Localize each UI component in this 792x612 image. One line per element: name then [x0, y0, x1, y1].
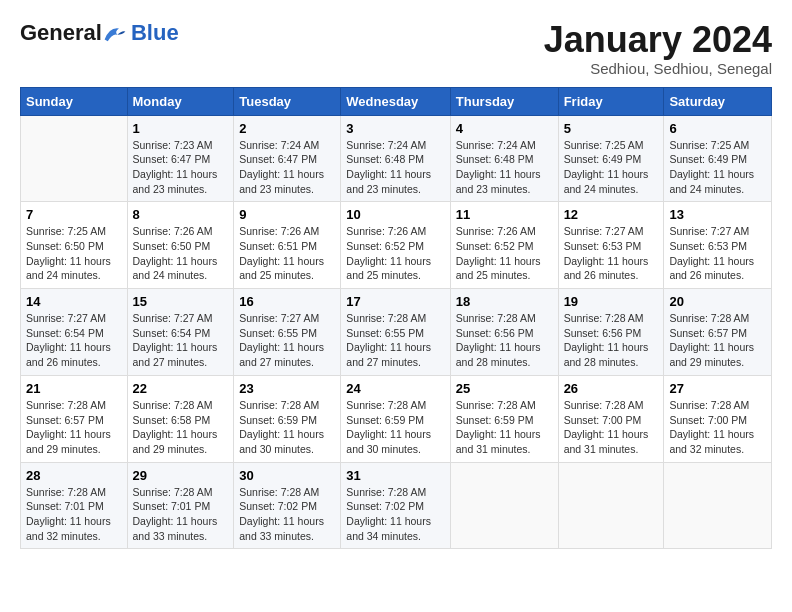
cell-info: Sunrise: 7:28 AMSunset: 6:59 PMDaylight:… [346, 398, 444, 457]
header-day-wednesday: Wednesday [341, 87, 450, 115]
header-day-thursday: Thursday [450, 87, 558, 115]
week-row-4: 21Sunrise: 7:28 AMSunset: 6:57 PMDayligh… [21, 375, 772, 462]
cell-info: Sunrise: 7:28 AMSunset: 7:01 PMDaylight:… [133, 485, 229, 544]
calendar-cell: 2Sunrise: 7:24 AMSunset: 6:47 PMDaylight… [234, 115, 341, 202]
header-day-friday: Friday [558, 87, 664, 115]
day-number: 26 [564, 381, 659, 396]
day-number: 18 [456, 294, 553, 309]
week-row-2: 7Sunrise: 7:25 AMSunset: 6:50 PMDaylight… [21, 202, 772, 289]
week-row-1: 1Sunrise: 7:23 AMSunset: 6:47 PMDaylight… [21, 115, 772, 202]
header-day-saturday: Saturday [664, 87, 772, 115]
calendar-cell: 25Sunrise: 7:28 AMSunset: 6:59 PMDayligh… [450, 375, 558, 462]
day-number: 22 [133, 381, 229, 396]
cell-info: Sunrise: 7:25 AMSunset: 6:49 PMDaylight:… [564, 138, 659, 197]
day-number: 12 [564, 207, 659, 222]
calendar-cell [21, 115, 128, 202]
day-number: 20 [669, 294, 766, 309]
cell-info: Sunrise: 7:28 AMSunset: 6:58 PMDaylight:… [133, 398, 229, 457]
calendar-cell: 21Sunrise: 7:28 AMSunset: 6:57 PMDayligh… [21, 375, 128, 462]
cell-info: Sunrise: 7:27 AMSunset: 6:54 PMDaylight:… [26, 311, 122, 370]
day-number: 10 [346, 207, 444, 222]
calendar-cell: 23Sunrise: 7:28 AMSunset: 6:59 PMDayligh… [234, 375, 341, 462]
cell-info: Sunrise: 7:24 AMSunset: 6:47 PMDaylight:… [239, 138, 335, 197]
cell-info: Sunrise: 7:28 AMSunset: 6:59 PMDaylight:… [456, 398, 553, 457]
cell-info: Sunrise: 7:28 AMSunset: 7:02 PMDaylight:… [346, 485, 444, 544]
calendar-cell: 22Sunrise: 7:28 AMSunset: 6:58 PMDayligh… [127, 375, 234, 462]
day-number: 19 [564, 294, 659, 309]
calendar-cell: 9Sunrise: 7:26 AMSunset: 6:51 PMDaylight… [234, 202, 341, 289]
calendar-cell: 27Sunrise: 7:28 AMSunset: 7:00 PMDayligh… [664, 375, 772, 462]
calendar-cell: 1Sunrise: 7:23 AMSunset: 6:47 PMDaylight… [127, 115, 234, 202]
cell-info: Sunrise: 7:27 AMSunset: 6:54 PMDaylight:… [133, 311, 229, 370]
calendar-cell: 5Sunrise: 7:25 AMSunset: 6:49 PMDaylight… [558, 115, 664, 202]
day-number: 2 [239, 121, 335, 136]
cell-info: Sunrise: 7:28 AMSunset: 6:55 PMDaylight:… [346, 311, 444, 370]
calendar-cell: 20Sunrise: 7:28 AMSunset: 6:57 PMDayligh… [664, 289, 772, 376]
calendar-cell: 17Sunrise: 7:28 AMSunset: 6:55 PMDayligh… [341, 289, 450, 376]
header-day-tuesday: Tuesday [234, 87, 341, 115]
cell-info: Sunrise: 7:27 AMSunset: 6:55 PMDaylight:… [239, 311, 335, 370]
day-number: 8 [133, 207, 229, 222]
cell-info: Sunrise: 7:28 AMSunset: 6:57 PMDaylight:… [669, 311, 766, 370]
month-title: January 2024 [544, 20, 772, 60]
day-number: 4 [456, 121, 553, 136]
calendar-cell: 11Sunrise: 7:26 AMSunset: 6:52 PMDayligh… [450, 202, 558, 289]
day-number: 23 [239, 381, 335, 396]
day-number: 6 [669, 121, 766, 136]
cell-info: Sunrise: 7:25 AMSunset: 6:50 PMDaylight:… [26, 224, 122, 283]
calendar-cell: 30Sunrise: 7:28 AMSunset: 7:02 PMDayligh… [234, 462, 341, 549]
day-number: 24 [346, 381, 444, 396]
day-number: 11 [456, 207, 553, 222]
header-day-monday: Monday [127, 87, 234, 115]
day-number: 17 [346, 294, 444, 309]
header-day-sunday: Sunday [21, 87, 128, 115]
week-row-3: 14Sunrise: 7:27 AMSunset: 6:54 PMDayligh… [21, 289, 772, 376]
calendar-cell: 10Sunrise: 7:26 AMSunset: 6:52 PMDayligh… [341, 202, 450, 289]
cell-info: Sunrise: 7:28 AMSunset: 6:57 PMDaylight:… [26, 398, 122, 457]
location-subtitle: Sedhiou, Sedhiou, Senegal [544, 60, 772, 77]
day-number: 29 [133, 468, 229, 483]
day-number: 25 [456, 381, 553, 396]
calendar-cell: 4Sunrise: 7:24 AMSunset: 6:48 PMDaylight… [450, 115, 558, 202]
calendar-cell: 31Sunrise: 7:28 AMSunset: 7:02 PMDayligh… [341, 462, 450, 549]
cell-info: Sunrise: 7:26 AMSunset: 6:51 PMDaylight:… [239, 224, 335, 283]
cell-info: Sunrise: 7:28 AMSunset: 7:02 PMDaylight:… [239, 485, 335, 544]
cell-info: Sunrise: 7:28 AMSunset: 7:00 PMDaylight:… [669, 398, 766, 457]
calendar-cell: 3Sunrise: 7:24 AMSunset: 6:48 PMDaylight… [341, 115, 450, 202]
cell-info: Sunrise: 7:27 AMSunset: 6:53 PMDaylight:… [669, 224, 766, 283]
cell-info: Sunrise: 7:26 AMSunset: 6:52 PMDaylight:… [456, 224, 553, 283]
calendar-cell: 6Sunrise: 7:25 AMSunset: 6:49 PMDaylight… [664, 115, 772, 202]
week-row-5: 28Sunrise: 7:28 AMSunset: 7:01 PMDayligh… [21, 462, 772, 549]
day-number: 1 [133, 121, 229, 136]
cell-info: Sunrise: 7:28 AMSunset: 6:59 PMDaylight:… [239, 398, 335, 457]
calendar-cell [558, 462, 664, 549]
day-number: 15 [133, 294, 229, 309]
logo-blue: Blue [131, 20, 179, 46]
logo: General Blue [20, 20, 179, 46]
calendar-cell: 24Sunrise: 7:28 AMSunset: 6:59 PMDayligh… [341, 375, 450, 462]
calendar-cell: 18Sunrise: 7:28 AMSunset: 6:56 PMDayligh… [450, 289, 558, 376]
cell-info: Sunrise: 7:28 AMSunset: 6:56 PMDaylight:… [456, 311, 553, 370]
cell-info: Sunrise: 7:25 AMSunset: 6:49 PMDaylight:… [669, 138, 766, 197]
day-number: 5 [564, 121, 659, 136]
day-number: 31 [346, 468, 444, 483]
day-number: 14 [26, 294, 122, 309]
day-number: 21 [26, 381, 122, 396]
header-row: SundayMondayTuesdayWednesdayThursdayFrid… [21, 87, 772, 115]
cell-info: Sunrise: 7:28 AMSunset: 6:56 PMDaylight:… [564, 311, 659, 370]
page-header: General Blue January 2024 Sedhiou, Sedhi… [20, 20, 772, 77]
day-number: 13 [669, 207, 766, 222]
day-number: 7 [26, 207, 122, 222]
calendar-cell: 8Sunrise: 7:26 AMSunset: 6:50 PMDaylight… [127, 202, 234, 289]
cell-info: Sunrise: 7:28 AMSunset: 7:01 PMDaylight:… [26, 485, 122, 544]
calendar-cell: 13Sunrise: 7:27 AMSunset: 6:53 PMDayligh… [664, 202, 772, 289]
calendar-cell: 7Sunrise: 7:25 AMSunset: 6:50 PMDaylight… [21, 202, 128, 289]
cell-info: Sunrise: 7:27 AMSunset: 6:53 PMDaylight:… [564, 224, 659, 283]
calendar-cell [450, 462, 558, 549]
title-block: January 2024 Sedhiou, Sedhiou, Senegal [544, 20, 772, 77]
calendar-cell: 28Sunrise: 7:28 AMSunset: 7:01 PMDayligh… [21, 462, 128, 549]
cell-info: Sunrise: 7:24 AMSunset: 6:48 PMDaylight:… [456, 138, 553, 197]
cell-info: Sunrise: 7:23 AMSunset: 6:47 PMDaylight:… [133, 138, 229, 197]
calendar-cell: 16Sunrise: 7:27 AMSunset: 6:55 PMDayligh… [234, 289, 341, 376]
day-number: 16 [239, 294, 335, 309]
